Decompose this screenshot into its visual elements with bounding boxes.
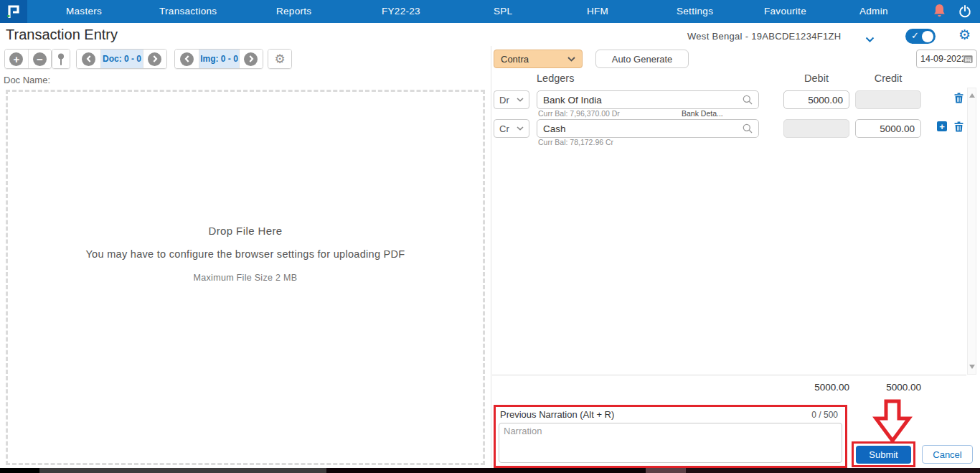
toggle-knob (922, 31, 933, 42)
ledger-scrollbar[interactable] (967, 88, 976, 375)
pin-icon (57, 53, 65, 65)
ledger-search-row1[interactable] (537, 90, 759, 109)
power-logout-icon[interactable] (958, 5, 971, 21)
page-title: Transaction Entry (6, 27, 118, 43)
file-drop-zone[interactable]: Drop File Here You may have to configure… (6, 90, 485, 465)
branch-selector-label[interactable]: West Bengal - 19ABCDE1234F1ZH (687, 31, 841, 42)
bank-details-link[interactable]: Bank Deta... (682, 109, 723, 118)
curr-bal-row2: Curr Bal: 78,172.96 Cr (538, 138, 613, 146)
previous-narration-label[interactable]: Previous Narration (Alt + R) (500, 409, 614, 420)
ledger-input-row1[interactable] (543, 95, 743, 106)
gear-icon: ⚙ (274, 53, 285, 65)
scroll-down-arrow[interactable] (969, 365, 975, 369)
drop-zone-max-size-note: Maximum File Size 2 MB (8, 273, 483, 283)
debit-input-row1[interactable] (783, 90, 849, 109)
red-highlight-arrow-icon (872, 399, 913, 444)
branch-toggle-switch[interactable]: ✓ (905, 29, 936, 44)
plus-circle-icon: + (9, 52, 23, 66)
minus-circle-icon: − (33, 52, 47, 66)
nav-item-settings[interactable]: Settings (677, 0, 713, 23)
logo-icon (6, 4, 22, 19)
chevron-down-icon[interactable] (865, 33, 875, 46)
img-counter-chip: Img: 0 - 0 (199, 50, 238, 68)
chevron-left-icon (82, 52, 95, 66)
submit-button[interactable]: Submit (856, 446, 911, 464)
doc-navigation-group: Doc: 0 - 0 (76, 49, 167, 69)
curr-bal-row1: Curr Bal: 7,96,370.00 Dr (538, 109, 620, 118)
taskbar-segment (686, 468, 980, 473)
drcr-value: Cr (499, 123, 509, 134)
taskbar-segment (646, 468, 686, 473)
img-navigation-group: Img: 0 - 0 (174, 49, 263, 69)
doc-next-button[interactable] (143, 50, 166, 68)
voucher-type-select[interactable]: Contra (494, 50, 583, 68)
voucher-date-input[interactable] (920, 54, 963, 64)
chevron-down-icon (517, 98, 524, 102)
img-next-button[interactable] (239, 50, 263, 68)
drop-zone-title: Drop File Here (8, 225, 483, 237)
nav-item-hfm[interactable]: HFM (587, 0, 608, 23)
zoom-in-button[interactable]: + (5, 50, 28, 68)
taskbar-segment (39, 468, 326, 473)
drop-zone-subtitle: You may have to configure the browser se… (8, 248, 483, 260)
app-logo[interactable] (0, 0, 27, 23)
voucher-type-value: Contra (501, 54, 529, 65)
taskbar-segment (0, 468, 39, 473)
total-credit: 5000.00 (855, 382, 921, 393)
drcr-select-row1[interactable]: Dr (494, 90, 529, 109)
chevron-right-icon (148, 52, 161, 66)
ledger-input-row2[interactable] (543, 123, 743, 134)
pin-button[interactable] (52, 50, 70, 68)
credit-column-header: Credit (855, 72, 921, 84)
scroll-up-arrow[interactable] (969, 93, 975, 98)
credit-input-row1-disabled (855, 90, 921, 109)
taskbar-segment (326, 468, 646, 473)
delete-row2-trash-icon[interactable] (954, 121, 963, 132)
nav-item-favourite[interactable]: Favourite (764, 0, 806, 23)
zoom-out-button[interactable]: − (28, 50, 51, 68)
doc-prev-button[interactable] (77, 50, 100, 68)
narration-textarea[interactable] (499, 423, 842, 463)
narration-char-counter: 0 / 500 (811, 410, 838, 420)
calendar-icon[interactable] (963, 54, 973, 64)
nav-item-spl[interactable]: SPL (494, 0, 512, 23)
check-icon: ✓ (911, 30, 919, 41)
narration-section-highlight: Previous Narration (Alt + R) 0 / 500 (494, 405, 847, 468)
nav-item-reports[interactable]: Reports (276, 0, 311, 23)
top-navbar: Masters Transactions Reports FY22-23 SPL… (0, 0, 980, 23)
nav-item-masters[interactable]: Masters (66, 0, 102, 23)
pin-button-group (52, 49, 70, 69)
auto-generate-button[interactable]: Auto Generate (595, 50, 689, 68)
ledger-search-row2[interactable] (537, 119, 759, 138)
doc-name-label: Doc Name: (4, 75, 50, 85)
chevron-right-icon (244, 52, 258, 66)
nav-item-fy22-23[interactable]: FY22-23 (382, 0, 420, 23)
add-row-button[interactable]: + (937, 121, 947, 131)
doc-counter-chip: Doc: 0 - 0 (100, 50, 142, 68)
nav-item-transactions[interactable]: Transactions (159, 0, 217, 23)
search-icon (743, 123, 753, 134)
delete-row1-trash-icon[interactable] (954, 93, 963, 103)
zoom-button-group: + − (4, 49, 52, 69)
debit-input-row2-disabled (783, 119, 849, 138)
drcr-value: Dr (499, 95, 509, 106)
cancel-button[interactable]: Cancel (922, 445, 973, 464)
panel-divider (491, 46, 491, 468)
taskbar-strip (0, 468, 980, 473)
ledgers-column-header: Ledgers (537, 72, 574, 84)
img-prev-button[interactable] (175, 50, 199, 68)
doc-settings-button[interactable]: ⚙ (268, 50, 291, 68)
drcr-select-row2[interactable]: Cr (494, 119, 529, 138)
nav-item-admin[interactable]: Admin (859, 0, 888, 23)
chevron-left-icon (180, 52, 194, 66)
voucher-date-field[interactable] (916, 50, 977, 68)
credit-input-row2[interactable] (855, 119, 921, 138)
plus-icon: + (937, 121, 947, 131)
chevron-down-icon (567, 57, 575, 62)
notification-bell-icon[interactable] (933, 4, 946, 22)
debit-column-header: Debit (783, 72, 849, 84)
search-icon (743, 95, 753, 105)
chevron-down-icon (517, 126, 524, 131)
header-settings-gear-icon[interactable]: ⚙ (958, 27, 971, 43)
total-debit: 5000.00 (783, 382, 849, 393)
